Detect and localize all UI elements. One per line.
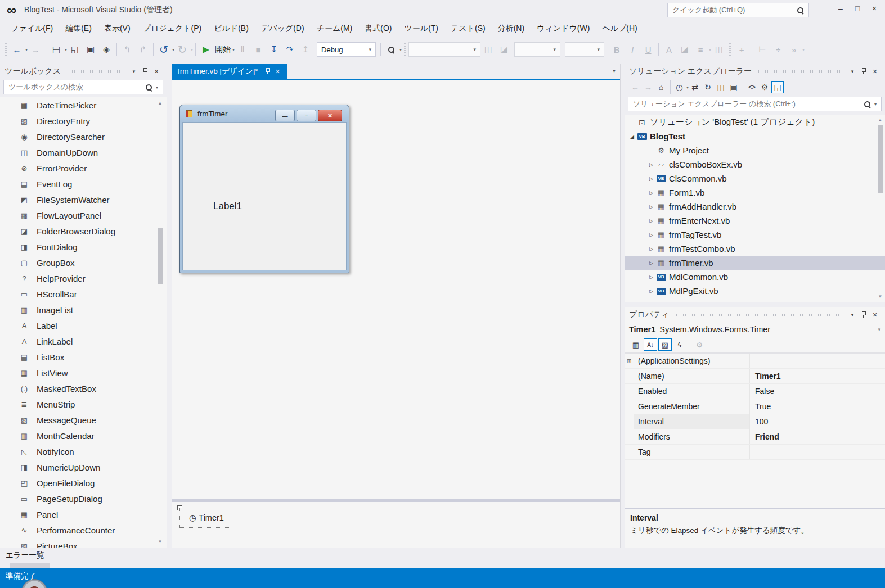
toolbar-grip[interactable] [729,43,731,56]
property-name[interactable]: Tag [634,445,750,459]
property-row[interactable]: Interval 100 [625,414,885,429]
toolbox-item[interactable]: ▤ EventLog [0,176,167,192]
solution-explorer-scrollbar[interactable]: ▲ ▼ [876,116,884,301]
navigate-forward-icon[interactable]: → [28,42,43,57]
toolbox-item[interactable]: ◺ NotifyIcon [0,444,167,459]
pending-changes-icon[interactable]: ◷ [673,81,685,93]
menu-item[interactable]: プロジェクト(P) [137,21,208,36]
toolbox-item[interactable]: ◫ DomainUpDown [0,144,167,160]
properties-wrench-icon[interactable]: ⚙ [758,81,771,93]
minimize-button[interactable]: – [832,1,849,16]
tree-item[interactable]: ⚙ My Project [625,143,885,157]
property-value[interactable]: Timer1 [750,369,885,383]
chevron-down-icon[interactable]: ▾ [874,102,877,107]
categorized-icon[interactable]: ▦ [629,338,643,351]
property-value[interactable]: True [750,399,885,414]
pin-icon[interactable] [858,310,869,320]
debug-configuration-combo[interactable]: Debug ▾ [317,42,376,57]
save-all-icon[interactable]: ◈ [98,42,114,57]
sync-with-active-document-icon[interactable]: ⇄ [689,81,701,93]
timer1-component[interactable]: ◷ Timer1 [179,508,233,528]
scrollbar-track[interactable] [878,124,883,293]
tree-expander-icon[interactable]: ▷ [647,260,655,266]
tree-expander-icon[interactable]: ▷ [647,246,655,252]
menu-item[interactable]: 書式(O) [358,21,398,36]
toolbox-item[interactable]: A Label [0,318,167,333]
property-row[interactable]: Enabled False [625,384,885,399]
navigate-back-icon[interactable]: ← [9,42,25,57]
undo-icon[interactable]: ↺ [156,42,172,57]
toolbox-item[interactable]: ▥ ImageList [0,302,167,318]
toolbox-item[interactable]: ◪ FolderBrowserDialog [0,223,167,239]
error-list-tab[interactable]: エラー一覧 [6,550,44,560]
property-row[interactable]: GenerateMember True [625,399,885,414]
save-icon[interactable]: ▣ [83,42,98,57]
expand-box-icon[interactable] [625,429,634,444]
toolbox-item[interactable]: ▭ PageSetupDialog [0,491,167,506]
expand-box-icon[interactable]: ⊞ [625,354,634,368]
open-file-icon[interactable]: ◱ [67,42,83,57]
toolbox-item[interactable]: ▦ Panel [0,506,167,522]
toolbox-item[interactable]: ⊗ ErrorProvider [0,160,167,176]
tree-expander-icon[interactable]: ▷ [647,218,655,224]
property-name[interactable]: GenerateMember [634,399,750,414]
expand-box-icon[interactable] [625,399,634,414]
quick-launch-input[interactable]: クイック起動 (Ctrl+Q) [667,3,809,17]
property-row[interactable]: ⊞ (ApplicationSettings) [625,354,885,369]
find-in-files-icon[interactable] [383,42,399,57]
toolbox-item[interactable]: ◉ DirectorySearcher [0,129,167,144]
menu-item[interactable]: ヘルプ(H) [596,21,643,36]
expand-box-icon[interactable] [625,445,634,459]
close-button[interactable]: × [866,1,883,16]
events-icon[interactable]: ϟ [673,338,686,351]
scrollbar-thumb[interactable] [158,228,163,284]
property-value[interactable]: 100 [750,414,885,429]
refresh-icon[interactable]: ↻ [702,81,714,93]
property-row[interactable]: (Name) Timer1 [625,369,885,384]
property-name[interactable]: (Name) [634,369,750,383]
toolbox-item[interactable]: ▦ MonthCalendar [0,428,167,444]
close-icon[interactable]: × [275,67,281,76]
close-icon[interactable]: × [869,310,880,320]
menu-item[interactable]: チーム(M) [311,21,359,36]
chevron-down-icon[interactable]: ▾ [399,47,402,52]
tree-item[interactable]: ▷ ▦ frmTagTest.vb [625,228,885,242]
toolbox-item[interactable]: A LinkLabel [0,333,167,349]
scroll-down-icon[interactable]: ▼ [878,293,883,301]
designed-form-window[interactable]: frmTimer ▬ ▫ × Label1 [179,105,349,273]
toolbox-header[interactable]: ツールボックス ▾ × [0,64,167,79]
scroll-up-icon[interactable]: ▲ [878,116,883,124]
tree-item[interactable]: ▷ ▱ clsComboBoxEx.vb [625,157,885,171]
menu-item[interactable]: ファイル(F) [5,21,59,36]
start-button-label[interactable]: 開始 [215,44,231,55]
toolbox-item[interactable]: ▭ HScrollBar [0,286,167,302]
menu-item[interactable]: デバッグ(D) [255,21,311,36]
scroll-up-icon[interactable]: ▲ [158,99,163,107]
toolbox-item[interactable]: ∿ PerformanceCounter [0,522,167,538]
preview-selected-items-icon[interactable]: ◱ [771,81,784,93]
tree-item[interactable]: ▷ ▦ frmAddHandler.vb [625,200,885,214]
component-tray[interactable]: ◷ Timer1 [172,502,620,548]
tab-frmtimer-design[interactable]: frmTimer.vb [デザイン]* × [172,64,287,79]
tree-expander-icon[interactable]: ◢ [628,134,636,139]
step-over-icon[interactable]: ↷ [282,42,298,57]
property-name[interactable]: Modifiers [634,429,750,444]
new-file-icon[interactable]: ▤ [48,42,64,57]
scrollbar-track[interactable] [158,107,163,538]
menu-item[interactable]: ウィンドウ(W) [531,21,596,36]
tree-item[interactable]: ▷ VB MdlPgExit.vb [625,284,885,298]
tree-item[interactable]: ▷ ▦ Form1.vb [625,186,885,200]
solution-explorer-header[interactable]: ソリューション エクスプローラー ▾ × [625,64,885,79]
window-position-icon[interactable]: ▾ [847,66,858,76]
property-name[interactable]: (ApplicationSettings) [634,354,750,368]
toolbox-item[interactable]: ▨ DirectoryEntry [0,113,167,129]
tree-expander-icon[interactable]: ▷ [647,288,655,294]
window-position-icon[interactable]: ▾ [128,66,140,76]
property-value[interactable] [750,354,885,368]
properties-header[interactable]: プロパティ ▾ × [625,307,885,322]
expand-box-icon[interactable] [625,369,634,383]
menu-item[interactable]: 分析(N) [492,21,531,36]
toolbox-item[interactable]: ◩ FileSystemWatcher [0,192,167,207]
tree-expander-icon[interactable]: ▷ [647,204,655,210]
toolbox-item[interactable]: ▤ ListBox [0,349,167,365]
